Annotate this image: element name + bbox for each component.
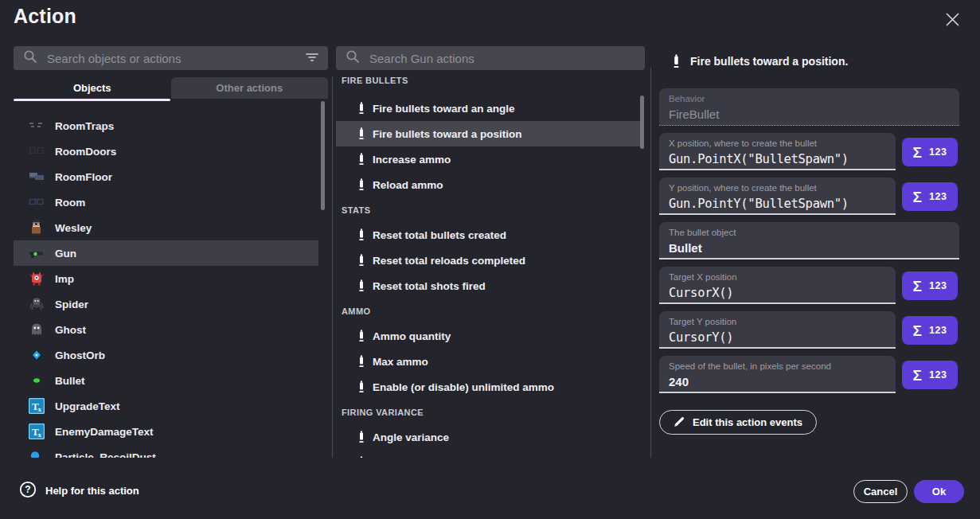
ok-button[interactable]: Ok	[914, 480, 964, 503]
room-icon	[29, 194, 45, 210]
action-list-item[interactable]: Reset total shots fired	[336, 273, 641, 299]
sigma-icon: Σ	[913, 145, 922, 160]
close-button[interactable]	[943, 11, 962, 30]
tab-objects[interactable]: Objects	[14, 77, 171, 99]
bullet-action-icon	[358, 102, 365, 115]
parameter-row: Target Y position CursorY() Σ 123	[659, 311, 959, 349]
bullet-action-icon	[358, 279, 365, 292]
object-list-item[interactable]: Bullet	[14, 368, 318, 393]
parameter-field[interactable]: The bullet object Bullet	[659, 222, 959, 260]
room-floor-icon	[29, 169, 45, 185]
object-list-item[interactable]: GhostOrb	[14, 342, 318, 368]
action-list-scrollbar[interactable]	[640, 96, 644, 149]
parameter-field[interactable]: Y position, where to create the bullet G…	[659, 178, 896, 215]
help-button[interactable]: ? Help for this action	[19, 481, 139, 501]
sigma-icon: Σ	[913, 189, 922, 205]
parameter-field[interactable]: Speed of the bullet, in pixels per secon…	[659, 356, 896, 393]
object-list-item[interactable]: Tx UpgradeText	[14, 393, 318, 419]
object-list-item[interactable]: RoomTraps	[14, 113, 318, 139]
action-group-header: AMMO	[336, 299, 646, 323]
action-list-item[interactable]: Fire bullets toward a position	[336, 121, 641, 146]
actions-search-box[interactable]	[336, 46, 645, 70]
action-list-item[interactable]: Reload ammo	[336, 172, 641, 197]
expression-editor-button[interactable]: Σ 123	[902, 182, 958, 211]
object-list-item[interactable]: Room	[14, 189, 318, 215]
parameter-row: Behavior FireBullet	[659, 88, 959, 126]
bullet-action-icon	[358, 127, 365, 140]
bullet-action-icon	[358, 228, 365, 241]
sigma-icon: Σ	[913, 368, 922, 383]
svg-text:x: x	[38, 431, 42, 439]
bullet-action-icon	[673, 54, 680, 68]
ghost-orb-icon	[29, 347, 45, 363]
bullet-action-icon	[358, 178, 365, 191]
object-list-item[interactable]: Particle_RecoilDust	[14, 444, 318, 458]
help-icon: ?	[19, 481, 37, 501]
dialog-title: Action	[14, 5, 76, 28]
action-list-item[interactable]: Max ammo	[336, 349, 641, 374]
object-list-item[interactable]: Imp	[14, 266, 318, 291]
panel-divider	[650, 68, 651, 458]
object-list-item[interactable]: Gun	[14, 240, 318, 266]
object-list-item[interactable]: Tx EnemyDamageText	[14, 419, 318, 444]
object-list-item[interactable]: RoomDoors	[14, 139, 318, 164]
cancel-button[interactable]: Cancel	[853, 480, 908, 503]
close-icon	[946, 13, 959, 29]
svg-text:x: x	[38, 405, 42, 413]
action-list-item[interactable]: Fire bullets toward an angle	[336, 96, 641, 121]
particle-icon	[29, 449, 45, 458]
action-parameters-panel: Fire bullets toward a position. Behavior…	[659, 49, 959, 435]
parameter-field[interactable]: Behavior FireBullet	[659, 88, 959, 126]
action-list-item[interactable]: Reset total bullets created	[336, 222, 641, 248]
pencil-icon	[674, 416, 685, 430]
parameter-field[interactable]: X position, where to create the bullet G…	[659, 133, 896, 170]
wesley-icon	[29, 220, 45, 236]
object-list-item[interactable]: Spider	[14, 291, 318, 317]
action-title: Fire bullets toward a position.	[690, 55, 848, 68]
expression-editor-button[interactable]: Σ 123	[902, 138, 958, 166]
parameter-field[interactable]: Target X position CursorX()	[659, 267, 896, 304]
text-object-icon: Tx	[29, 398, 45, 414]
action-list-item[interactable]: Increase ammo	[336, 146, 641, 172]
room-traps-icon	[29, 118, 45, 134]
action-list-item[interactable]: Reset total reloads completed	[336, 248, 641, 273]
sigma-icon: Σ	[913, 323, 922, 338]
filter-icon[interactable]	[306, 51, 318, 65]
object-list-item[interactable]: Wesley	[14, 215, 318, 240]
bullet-action-icon	[358, 254, 365, 267]
object-list-scrollbar[interactable]	[321, 101, 325, 210]
parameter-row: Target X position CursorX() Σ 123	[659, 267, 959, 304]
search-icon	[23, 49, 37, 67]
object-list-item[interactable]: Ghost	[14, 317, 318, 342]
action-list-item[interactable]: Ammo quantity	[336, 323, 641, 349]
left-panel-tabs: Objects Other actions	[14, 77, 328, 99]
expression-editor-button[interactable]: Σ 123	[902, 361, 958, 389]
actions-search-input[interactable]	[368, 51, 635, 66]
search-icon	[346, 49, 360, 67]
action-list-item[interactable]: Angle variance	[336, 424, 641, 450]
expression-editor-button[interactable]: Σ 123	[902, 271, 958, 300]
action-group-header: FIRE BULLETS	[336, 75, 646, 96]
parameter-field[interactable]: Target Y position CursorY()	[659, 311, 896, 349]
bullet-action-icon	[358, 431, 365, 443]
parameter-row: The bullet object Bullet	[659, 222, 959, 260]
action-editor-dialog: Action Objects Other actions RoomTraps R…	[0, 0, 980, 519]
action-title-row: Fire bullets toward a position.	[659, 49, 959, 73]
bullet-action-icon	[358, 330, 365, 342]
action-list-item[interactable]	[336, 450, 641, 458]
object-list: RoomTraps RoomDoors RoomFloor Room Wesle…	[14, 99, 329, 458]
text-object-icon: Tx	[29, 423, 45, 439]
object-list-item[interactable]: RoomFloor	[14, 164, 318, 189]
edit-action-events-button[interactable]: Edit this action events	[659, 410, 817, 435]
tab-other-actions[interactable]: Other actions	[171, 77, 329, 99]
objects-search-input[interactable]	[45, 51, 298, 66]
bullet-action-icon	[358, 380, 365, 393]
ghost-icon	[29, 322, 45, 338]
parameter-row: Y position, where to create the bullet G…	[659, 178, 959, 215]
spider-icon	[29, 296, 45, 312]
bullet-object-icon	[29, 373, 45, 388]
expression-editor-button[interactable]: Σ 123	[902, 316, 958, 345]
action-list-item[interactable]: Enable (or disable) unlimited ammo	[336, 374, 641, 400]
objects-search-box[interactable]	[14, 46, 328, 70]
bullet-action-icon	[358, 153, 365, 166]
